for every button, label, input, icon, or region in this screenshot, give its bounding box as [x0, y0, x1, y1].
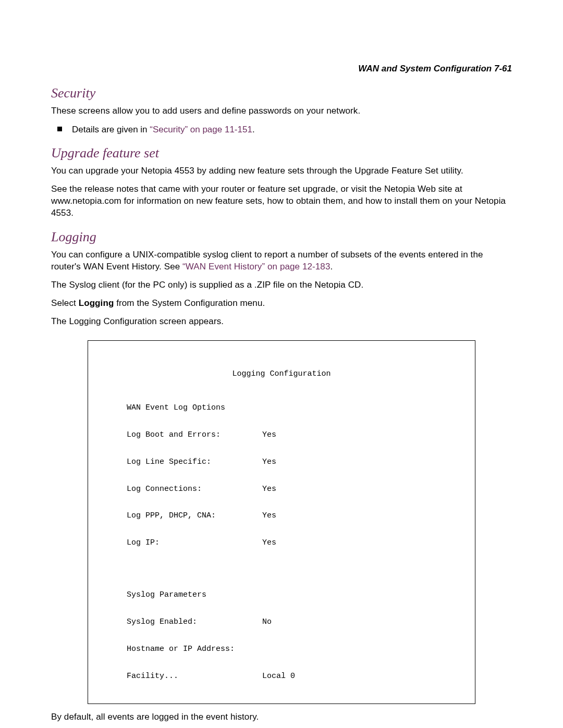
- terminal-label: Log IP:: [104, 538, 262, 547]
- terminal-row: Log IP:Yes: [104, 538, 459, 547]
- logging-paragraph-3: Select Logging from the System Configura…: [51, 298, 512, 310]
- security-bullet-list: Details are given in “Security” on page …: [57, 124, 512, 136]
- terminal-logging-configuration: Logging Configuration WAN Event Log Opti…: [88, 340, 475, 704]
- terminal-value: Yes: [262, 430, 276, 439]
- terminal-row: Log Connections:Yes: [104, 485, 459, 493]
- terminal-section-wan: WAN Event Log Options: [104, 403, 459, 412]
- text: .: [330, 262, 333, 272]
- heading-security: Security: [51, 85, 512, 101]
- logging-paragraph-2: The Syslog client (for the PC only) is s…: [51, 279, 512, 291]
- heading-upgrade: Upgrade feature set: [51, 145, 512, 161]
- terminal-row: Facility...Local 0: [104, 672, 459, 681]
- terminal-value: Yes: [262, 511, 276, 520]
- terminal-label: Log Connections:: [104, 485, 262, 493]
- terminal-value: Yes: [262, 458, 276, 466]
- terminal-row: Hostname or IP Address:: [104, 645, 459, 653]
- terminal-label: Log Boot and Errors:: [104, 430, 262, 439]
- terminal-value: No: [262, 618, 272, 626]
- terminal-section-syslog: Syslog Parameters: [104, 590, 459, 599]
- terminal-label: Syslog Enabled:: [104, 618, 262, 626]
- logging-paragraph-1: You can configure a UNIX-compatible sysl…: [51, 249, 512, 273]
- terminal-value: Local 0: [262, 672, 295, 681]
- text: Details are given in: [72, 125, 150, 134]
- text: from the System Configuration menu.: [114, 298, 265, 308]
- text: .: [252, 125, 255, 134]
- text: Select: [51, 298, 79, 308]
- heading-logging: Logging: [51, 229, 512, 245]
- link-wan-event-history-xref[interactable]: “WAN Event History” on page 12-183: [182, 262, 330, 272]
- terminal-row: Log PPP, DHCP, CNA:Yes: [104, 511, 459, 520]
- terminal-label: Facility...: [104, 672, 262, 681]
- upgrade-paragraph-1: You can upgrade your Netopia 4553 by add…: [51, 165, 512, 177]
- terminal-row: Log Boot and Errors:Yes: [104, 430, 459, 439]
- terminal-label: Log PPP, DHCP, CNA:: [104, 511, 262, 520]
- logging-after-paragraph: By default, all events are logged in the…: [51, 711, 512, 723]
- terminal-value: Yes: [262, 485, 276, 493]
- document-page: WAN and System Configuration 7-61 Securi…: [0, 0, 563, 728]
- terminal-label: Log Line Specific:: [104, 458, 262, 466]
- terminal-row: Syslog Enabled:No: [104, 618, 459, 626]
- terminal-label: Hostname or IP Address:: [104, 645, 262, 653]
- logging-paragraph-4: The Logging Configuration screen appears…: [51, 316, 512, 328]
- upgrade-paragraph-2: See the release notes that came with you…: [51, 183, 512, 219]
- link-security-xref[interactable]: “Security” on page 11-151: [150, 125, 252, 134]
- terminal-value: Yes: [262, 538, 276, 547]
- logging-bold-term: Logging: [79, 298, 114, 308]
- running-header: WAN and System Configuration 7-61: [51, 64, 512, 74]
- security-paragraph: These screens allow you to add users and…: [51, 105, 512, 117]
- terminal-row: Log Line Specific:Yes: [104, 458, 459, 466]
- terminal-title: Logging Configuration: [104, 369, 459, 378]
- security-bullet-1: Details are given in “Security” on page …: [57, 124, 512, 136]
